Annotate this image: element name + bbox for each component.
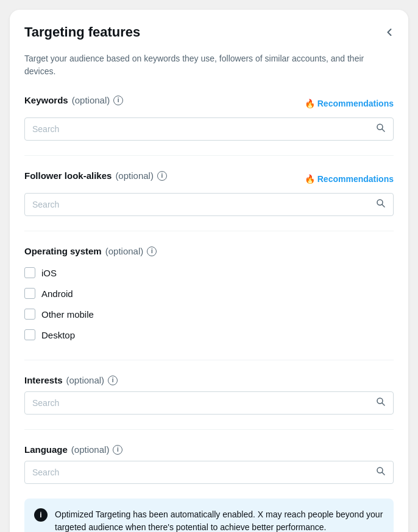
- follower-lookalikes-section: Follower look-alikes (optional) i 🔥 Reco…: [24, 170, 394, 216]
- divider-4: [24, 429, 394, 430]
- banner-text: Optimized Targeting has been automatical…: [55, 508, 384, 532]
- os-checkbox-group: iOS Android Other mobile Desktop: [24, 262, 394, 345]
- follower-lookalikes-search-box[interactable]: [24, 193, 394, 216]
- follower-lookalikes-recommendations-link[interactable]: 🔥 Recommendations: [305, 174, 394, 184]
- optimized-targeting-banner: i Optimized Targeting has been automatic…: [24, 499, 394, 532]
- keywords-search-input[interactable]: [32, 124, 376, 134]
- keywords-recommendations-link[interactable]: 🔥 Recommendations: [305, 99, 394, 108]
- interests-search-input[interactable]: [32, 398, 376, 408]
- checkbox-android-label: Android: [41, 289, 73, 299]
- checkbox-desktop-label: Desktop: [41, 330, 75, 340]
- keywords-info-icon[interactable]: i: [113, 96, 123, 105]
- operating-system-info-icon[interactable]: i: [147, 247, 157, 256]
- svg-line-3: [382, 205, 384, 207]
- follower-lookalikes-label: Follower look-alikes (optional) i: [24, 170, 167, 181]
- checkbox-other-mobile-label: Other mobile: [41, 309, 94, 320]
- svg-line-7: [382, 472, 384, 475]
- checkbox-other-mobile[interactable]: Other mobile: [24, 304, 394, 324]
- interests-info-icon[interactable]: i: [108, 376, 118, 385]
- language-search-input[interactable]: [32, 467, 376, 477]
- operating-system-label: Operating system (optional) i: [24, 246, 394, 256]
- targeting-features-card: Targeting features Target your audience …: [10, 10, 408, 532]
- keywords-header-row: Keywords (optional) i 🔥 Recommendations: [24, 95, 394, 111]
- chevron-down-icon[interactable]: [380, 26, 395, 38]
- checkbox-android[interactable]: Android: [24, 283, 394, 304]
- language-section: Language (optional) i: [24, 444, 394, 484]
- checkbox-desktop-input[interactable]: [24, 329, 35, 340]
- language-info-icon[interactable]: i: [113, 445, 122, 455]
- interests-section: Interests (optional) i: [24, 375, 394, 415]
- banner-info-icon: i: [34, 508, 48, 522]
- checkbox-ios[interactable]: iOS: [24, 262, 394, 283]
- checkbox-desktop[interactable]: Desktop: [24, 324, 394, 345]
- language-label: Language (optional) i: [24, 444, 394, 455]
- page-title: Targeting features: [24, 24, 140, 40]
- keywords-section: Keywords (optional) i 🔥 Recommendations: [24, 95, 394, 141]
- card-header: Targeting features: [24, 24, 394, 40]
- follower-lookalikes-header-row: Follower look-alikes (optional) i 🔥 Reco…: [24, 170, 394, 187]
- interests-label: Interests (optional) i: [24, 375, 394, 385]
- interests-search-box[interactable]: [24, 391, 394, 415]
- divider-3: [24, 360, 394, 360]
- svg-line-1: [382, 129, 384, 131]
- checkbox-ios-input[interactable]: [24, 267, 35, 278]
- checkbox-android-input[interactable]: [24, 288, 35, 299]
- keywords-label: Keywords (optional) i: [24, 95, 123, 105]
- operating-system-section: Operating system (optional) i iOS Androi…: [24, 246, 394, 345]
- divider-1: [24, 155, 394, 156]
- follower-lookalikes-search-input[interactable]: [32, 200, 376, 209]
- follower-lookalikes-info-icon[interactable]: i: [157, 171, 167, 181]
- checkbox-other-mobile-input[interactable]: [24, 309, 35, 320]
- svg-line-5: [382, 403, 384, 405]
- flame-icon: 🔥: [305, 99, 315, 108]
- search-icon-4: [376, 466, 386, 478]
- keywords-search-box[interactable]: [24, 117, 394, 141]
- divider-2: [24, 231, 394, 231]
- description-text: Target your audience based on keywords t…: [24, 52, 394, 78]
- search-icon: [376, 123, 386, 135]
- language-search-box[interactable]: [24, 461, 394, 484]
- checkbox-ios-label: iOS: [41, 268, 57, 278]
- search-icon-3: [376, 397, 386, 409]
- search-icon-2: [376, 198, 386, 211]
- flame-icon-2: 🔥: [305, 174, 315, 184]
